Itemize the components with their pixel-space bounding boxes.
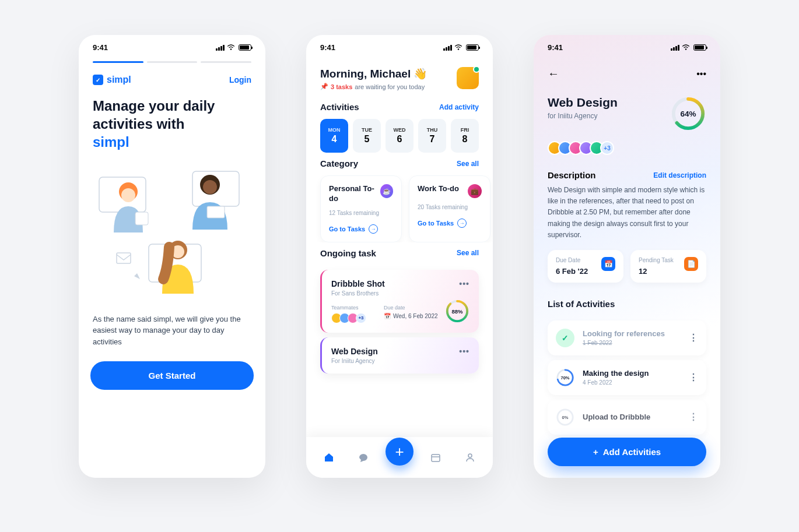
get-started-button[interactable]: Get Started bbox=[90, 361, 254, 390]
status-time: 9:41 bbox=[93, 43, 108, 52]
task-card-webdesign[interactable]: ••• Web Design For Iniitu Agency bbox=[320, 337, 479, 374]
day-thu[interactable]: THU7 bbox=[418, 119, 446, 153]
battery-icon bbox=[239, 44, 251, 51]
arrow-right-icon: → bbox=[369, 224, 378, 234]
go-to-tasks-link[interactable]: Go to Tasks → bbox=[329, 224, 393, 234]
progress-ring: 64% bbox=[670, 96, 706, 132]
signal-icon bbox=[216, 45, 225, 51]
add-activities-button[interactable]: + Add Activities bbox=[548, 438, 706, 466]
svg-rect-17 bbox=[432, 455, 440, 461]
wifi-icon bbox=[454, 45, 462, 51]
login-link[interactable]: Login bbox=[229, 75, 251, 84]
status-time: 9:41 bbox=[320, 43, 335, 52]
description-heading: Description bbox=[548, 170, 596, 180]
tab-calendar[interactable] bbox=[424, 446, 447, 469]
onboarding-screen: 9:41 ✓ simpl Login Manage your daily act… bbox=[79, 35, 265, 478]
due-date: 📅Wed, 6 Feb 2022 bbox=[384, 313, 438, 319]
activity-item[interactable]: ✓ Looking for references 1 Feb 2022 ⋮ bbox=[548, 320, 706, 355]
activity-item[interactable]: 70% Making the design 4 Feb 2022 ⋮ bbox=[548, 360, 706, 395]
more-icon[interactable]: ••• bbox=[696, 69, 706, 79]
tab-chat[interactable] bbox=[352, 446, 375, 469]
svg-text:70%: 70% bbox=[560, 375, 569, 380]
coffee-icon: ☕ bbox=[380, 184, 393, 198]
check-icon: ✓ bbox=[556, 329, 574, 347]
day-mon[interactable]: MON4 bbox=[320, 119, 348, 153]
pin-icon: 📌 bbox=[320, 83, 328, 90]
due-date-card: Due Date6 Feb '22 📅 bbox=[548, 250, 623, 283]
arrow-right-icon: → bbox=[457, 219, 467, 228]
app-logo: ✓ simpl bbox=[93, 75, 131, 85]
status-icons bbox=[671, 44, 706, 51]
svg-point-0 bbox=[230, 48, 232, 50]
more-icon[interactable]: ••• bbox=[459, 279, 469, 288]
back-button[interactable]: ← bbox=[548, 67, 559, 80]
calendar-icon: 📅 bbox=[601, 257, 615, 271]
status-time: 9:41 bbox=[548, 43, 563, 52]
status-bar: 9:41 bbox=[306, 35, 493, 57]
tab-profile[interactable] bbox=[458, 446, 482, 469]
svg-point-5 bbox=[121, 188, 135, 202]
status-bar: 9:41 bbox=[79, 35, 265, 57]
svg-point-8 bbox=[203, 180, 217, 194]
status-icons bbox=[443, 44, 479, 51]
ongoing-heading: Ongoing task bbox=[320, 248, 376, 258]
hero-subtitle: As the name said simpl, we will give you… bbox=[79, 313, 265, 348]
wifi-icon bbox=[227, 45, 235, 51]
svg-rect-12 bbox=[117, 253, 131, 263]
more-vertical-icon[interactable]: ⋮ bbox=[689, 372, 698, 383]
category-work[interactable]: Work To-do 💼 20 Tasks remaining Go to Ta… bbox=[409, 175, 490, 242]
activities-heading: Activities bbox=[320, 102, 359, 112]
user-avatar[interactable] bbox=[457, 67, 479, 89]
day-tue[interactable]: TUE5 bbox=[353, 119, 381, 153]
hero-illustration bbox=[79, 160, 265, 305]
calendar-icon: 📅 bbox=[384, 313, 391, 319]
task-client: for Iniitu Agency bbox=[548, 112, 618, 120]
briefcase-icon: 💼 bbox=[468, 184, 482, 198]
progress-ring: 0% bbox=[556, 408, 574, 427]
logo-check-icon: ✓ bbox=[93, 75, 103, 85]
dashboard-screen: 9:41 Morning, Michael 👋 📌 3 tasks are wa… bbox=[306, 35, 493, 478]
see-all-categories-link[interactable]: See all bbox=[457, 160, 479, 168]
task-detail-screen: 9:41 ← ••• Web Design for Iniitu Agency … bbox=[534, 35, 720, 478]
more-vertical-icon[interactable]: ⋮ bbox=[689, 332, 698, 343]
svg-text:88%: 88% bbox=[451, 308, 463, 315]
svg-rect-9 bbox=[207, 206, 225, 218]
progress-ring: 88% bbox=[445, 299, 469, 323]
signal-icon bbox=[443, 45, 452, 51]
day-picker: MON4 TUE5 WED6 THU7 FRI8 bbox=[306, 119, 493, 153]
greeting-title: Morning, Michael 👋 bbox=[320, 67, 427, 80]
svg-point-20 bbox=[685, 48, 687, 50]
go-to-tasks-link[interactable]: Go to Tasks → bbox=[418, 219, 482, 228]
see-all-tasks-link[interactable]: See all bbox=[457, 249, 479, 257]
day-wed[interactable]: WED6 bbox=[386, 119, 413, 153]
greeting-subtitle: 📌 3 tasks are waiting for you today bbox=[320, 83, 427, 90]
svg-rect-6 bbox=[135, 212, 148, 225]
task-title: Web Design bbox=[548, 96, 618, 110]
wifi-icon bbox=[682, 45, 690, 51]
hero-title: Manage your daily activities with simpl bbox=[93, 97, 251, 152]
fab-add[interactable]: + bbox=[386, 438, 413, 466]
more-icon[interactable]: ••• bbox=[459, 347, 469, 356]
onboarding-progress bbox=[79, 61, 265, 63]
progress-ring: 70% bbox=[556, 368, 574, 387]
more-vertical-icon[interactable]: ⋮ bbox=[689, 411, 698, 422]
task-card-dribbble[interactable]: ••• Dribbble Shot For Sans Brothers Team… bbox=[320, 270, 479, 333]
status-bar: 9:41 bbox=[534, 35, 720, 57]
teammates-avatars: +3 bbox=[331, 313, 366, 323]
signal-icon bbox=[671, 45, 679, 51]
activity-item[interactable]: 0% Upload to Dribbble ⋮ bbox=[548, 400, 706, 435]
team-members: +3 bbox=[534, 136, 720, 164]
svg-text:0%: 0% bbox=[562, 415, 569, 420]
edit-description-link[interactable]: Edit description bbox=[653, 171, 706, 179]
category-heading: Category bbox=[320, 158, 358, 168]
day-fri[interactable]: FRI8 bbox=[451, 119, 479, 153]
description-text: Web Design with simple and modern style … bbox=[534, 185, 720, 241]
add-activity-link[interactable]: Add activity bbox=[439, 103, 479, 111]
activities-list-heading: List of Activities bbox=[534, 292, 720, 316]
tab-home[interactable] bbox=[317, 446, 341, 469]
pending-task-card: Pending Task12 📄 bbox=[630, 250, 706, 283]
battery-icon bbox=[466, 44, 479, 51]
svg-point-19 bbox=[468, 454, 472, 457]
category-personal[interactable]: Personal To-do ☕ 12 Tasks remaining Go t… bbox=[320, 175, 402, 242]
tab-bar: + bbox=[306, 437, 493, 478]
